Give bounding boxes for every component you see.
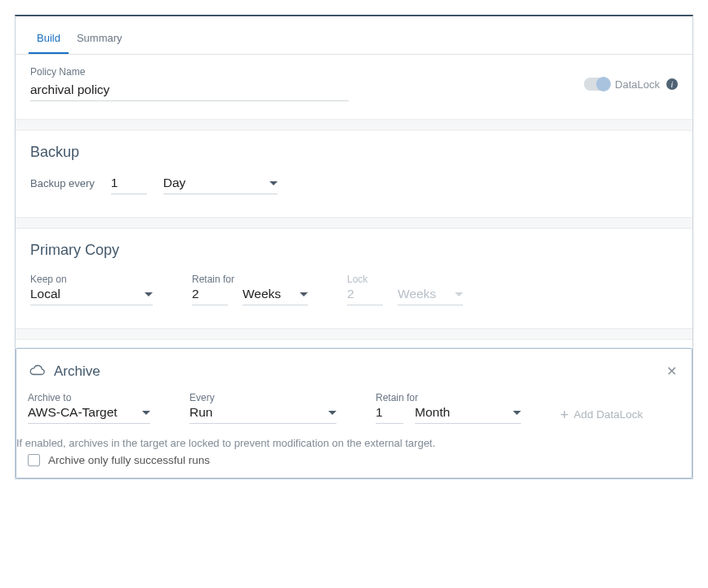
policy-form: Build Summary Policy Name DataLock i Bac… <box>15 15 693 479</box>
retain-value-input[interactable] <box>192 287 228 305</box>
retain-for-label: Retain for <box>192 274 308 285</box>
add-datalock-button[interactable]: + Add DataLock <box>560 408 643 424</box>
backup-section: Backup Backup every Day <box>16 131 692 217</box>
tab-bar: Build Summary <box>16 16 692 55</box>
chevron-down-icon <box>513 411 521 415</box>
datalock-label: DataLock <box>615 78 660 91</box>
archive-panel: Archive ✕ Archive to AWS-CA-Target Every… <box>16 348 692 479</box>
archive-title: Archive <box>54 363 100 380</box>
chevron-down-icon <box>142 411 150 415</box>
info-icon[interactable]: i <box>666 78 678 90</box>
checkbox-icon <box>28 454 40 466</box>
archive-every-label: Every <box>189 392 336 403</box>
close-icon[interactable]: ✕ <box>663 362 680 381</box>
lock-unit-select: Weeks <box>398 287 463 305</box>
archive-every-select[interactable]: Run <box>189 405 336 424</box>
backup-every-label: Backup every <box>30 177 95 194</box>
archive-retain-unit-value: Month <box>415 405 450 420</box>
archive-hint: If enabled, archives in the target are l… <box>16 437 680 449</box>
archive-every-value: Run <box>189 405 212 420</box>
datalock-toggle[interactable] <box>584 78 608 91</box>
primary-copy-section: Primary Copy Keep on Local Retain for We… <box>16 229 692 328</box>
keep-on-select[interactable]: Local <box>30 287 153 305</box>
archive-only-success-label: Archive only fully successful runs <box>48 454 210 466</box>
policy-name-label: Policy Name <box>30 66 349 78</box>
tab-build[interactable]: Build <box>29 21 69 54</box>
archive-retain-unit-select[interactable]: Month <box>415 405 521 424</box>
policy-name-input[interactable] <box>30 79 349 101</box>
keep-on-value: Local <box>30 287 60 301</box>
lock-value-input <box>347 287 383 305</box>
archive-only-success-checkbox[interactable]: Archive only fully successful runs <box>28 454 680 466</box>
tab-summary[interactable]: Summary <box>69 21 131 54</box>
primary-copy-title: Primary Copy <box>30 242 678 259</box>
policy-name-section: Policy Name DataLock i <box>16 55 692 119</box>
lock-label: Lock <box>347 274 463 285</box>
backup-unit-value: Day <box>163 176 186 190</box>
archive-to-value: AWS-CA-Target <box>28 405 118 420</box>
add-datalock-label: Add DataLock <box>574 408 643 421</box>
chevron-down-icon <box>145 292 153 296</box>
chevron-down-icon <box>300 292 308 296</box>
chevron-down-icon <box>455 292 463 296</box>
backup-every-value[interactable] <box>111 176 147 194</box>
plus-icon: + <box>560 409 569 421</box>
archive-to-select[interactable]: AWS-CA-Target <box>28 405 150 424</box>
archive-to-label: Archive to <box>28 392 150 403</box>
chevron-down-icon <box>269 181 278 185</box>
retain-unit-select[interactable]: Weeks <box>243 287 308 305</box>
retain-unit-value: Weeks <box>243 287 281 301</box>
keep-on-label: Keep on <box>30 274 153 285</box>
lock-unit-value: Weeks <box>398 287 436 301</box>
backup-title: Backup <box>30 144 678 161</box>
backup-unit-select[interactable]: Day <box>163 176 278 194</box>
chevron-down-icon <box>328 411 336 415</box>
archive-retain-value[interactable] <box>376 405 403 424</box>
archive-retain-label: Retain for <box>376 392 521 403</box>
cloud-icon <box>28 363 46 380</box>
